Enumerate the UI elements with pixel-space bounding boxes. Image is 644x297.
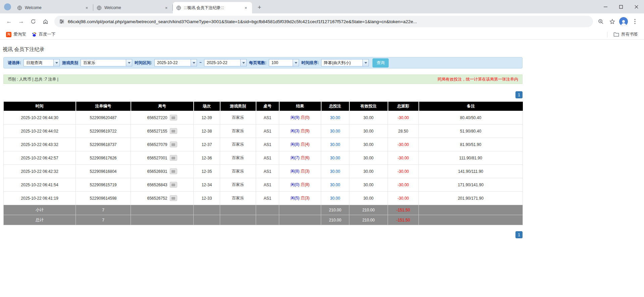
cell-time: 2025-10-22 06:42:32 (4, 165, 76, 178)
date-to-select[interactable]: 2025-10-22 (204, 59, 247, 66)
result-player: 闲(8) (291, 142, 300, 147)
total-bet-link[interactable]: 30.00 (330, 142, 340, 147)
cell-table-no: AS1 (256, 125, 279, 138)
total-bet-link[interactable]: 30.00 (330, 183, 340, 187)
menu-kebab-icon[interactable] (631, 17, 639, 26)
back-button[interactable]: ← (3, 16, 15, 27)
total-bet-link[interactable]: 30.00 (330, 115, 340, 120)
total-bet-link[interactable]: 30.00 (330, 169, 340, 174)
site-settings-icon[interactable] (59, 19, 64, 24)
page-size-label: 每页笔数: (249, 60, 266, 66)
cell-game-type: 百家乐 (220, 125, 256, 138)
column-header: 总派彩 (388, 102, 419, 111)
cell-session: 12-36 (194, 151, 220, 165)
bookmark-baidu[interactable]: 百度一下 (29, 31, 58, 38)
query-mode-select[interactable]: 日期查询 (23, 59, 60, 66)
tab-close-icon[interactable]: × (84, 5, 90, 11)
search-button[interactable]: 查询 (373, 58, 389, 67)
table-row: 2025-10-22 06:42:32522909616804656526931… (4, 165, 523, 178)
close-window-button[interactable] (629, 0, 644, 13)
cell-total-bet: 30.00 (321, 192, 349, 205)
filter-bar: 请选择: 日期查询 游戏类别 百家乐 时间区间: 2025-10-22 ~ 20… (3, 57, 523, 68)
replay-icon[interactable] (170, 142, 177, 147)
currency-summary: 币别 : 人民币 | 总共 :7 注单 | (8, 77, 58, 82)
round-number: 656526931 (147, 169, 167, 174)
cell-table-no: AS1 (256, 192, 279, 205)
replay-icon[interactable] (170, 128, 177, 134)
replay-icon[interactable] (170, 195, 177, 201)
cell-round: 656527001 (131, 151, 194, 165)
tab-close-icon[interactable]: × (163, 5, 169, 11)
payout-value: -30.00 (397, 196, 409, 201)
avatar-head (622, 20, 625, 23)
tab-bet-records-active[interactable]: :::视讯 会员下注纪录::: × (173, 2, 252, 13)
reload-button[interactable] (28, 16, 39, 27)
baidu-paw-icon (32, 32, 37, 37)
cell-session: 12-35 (194, 165, 220, 178)
minimize-button[interactable] (598, 0, 613, 13)
cell-note: 111.90/81.90 (419, 151, 523, 165)
replay-icon[interactable] (170, 168, 177, 174)
total-bet-link[interactable]: 30.00 (330, 129, 340, 134)
date-from-select[interactable]: 2025-10-22 (154, 59, 197, 66)
cell-note: 171.90/141.90 (419, 178, 523, 192)
maximize-button[interactable] (613, 0, 629, 13)
page-number-button[interactable]: 1 (515, 91, 523, 98)
total-bet-link[interactable]: 30.00 (330, 196, 340, 201)
cell-total-bet: 30.00 (321, 125, 349, 138)
tab-close-icon[interactable]: × (243, 5, 249, 11)
cell-table-no: AS1 (256, 165, 279, 178)
cell-total-bet: 30.00 (321, 138, 349, 151)
new-tab-button[interactable]: + (255, 3, 264, 12)
chevron-down-icon[interactable] (191, 59, 197, 66)
cell-session: 12-38 (194, 125, 220, 138)
summary-label: 总计 (4, 215, 76, 225)
result-player: 闲(5) (291, 196, 300, 200)
column-header: 局号 (131, 102, 194, 111)
zoom-icon[interactable] (596, 17, 605, 26)
result-player: 闲(3) (291, 129, 300, 133)
chevron-down-icon[interactable] (53, 59, 59, 66)
result-banker: 庄(6) (301, 155, 310, 160)
chevron-down-icon[interactable] (293, 59, 299, 66)
sort-order-select[interactable]: 降幂(由大到小) (321, 59, 369, 66)
home-button[interactable] (40, 16, 51, 27)
url-bar[interactable]: 66cxkj98.com/ipl/portal.php/game/betreco… (54, 16, 593, 27)
result-banker: 庄(4) (301, 142, 310, 147)
all-bookmarks-button[interactable]: 所有书签 (611, 31, 641, 38)
bet-records-table: 时间注单编号局号场次游戏类别桌号结果总投注有效投注总派彩备注 2025-10-2… (3, 102, 523, 225)
game-type-select[interactable]: 百家乐 (81, 59, 132, 66)
cell-note: 201.90/171.90 (419, 192, 523, 205)
forward-button[interactable]: → (15, 16, 27, 27)
replay-glyph (171, 197, 175, 200)
replay-icon[interactable] (170, 155, 177, 161)
replay-icon[interactable] (170, 115, 177, 120)
cell-time: 2025-10-22 06:41:54 (4, 178, 76, 192)
profile-avatar[interactable] (619, 17, 628, 26)
cell-result: 闲(5) 庄(3) (279, 192, 321, 205)
tab-title: Welcome (104, 5, 161, 10)
page-number-button[interactable]: 1 (515, 231, 523, 238)
window-controls (598, 0, 644, 13)
tab-welcome-2[interactable]: Welcome × (93, 2, 172, 13)
game-type-value: 百家乐 (81, 59, 126, 66)
column-header: 场次 (194, 102, 220, 111)
chevron-down-icon[interactable] (240, 59, 246, 66)
chevron-down-icon[interactable] (126, 59, 132, 66)
page-size-select[interactable]: 100 (269, 59, 299, 66)
cell-time: 2025-10-22 06:42:57 (4, 151, 76, 165)
replay-icon[interactable] (170, 182, 177, 188)
cell-total-bet: 30.00 (321, 151, 349, 165)
sort-order-value: 降幂(由大到小) (321, 59, 362, 66)
globe-favicon (97, 5, 102, 10)
cell-note: 51.90/80.40 (419, 125, 523, 138)
tab-welcome-1[interactable]: Welcome × (14, 2, 93, 13)
total-bet-link[interactable]: 30.00 (330, 156, 340, 160)
cell-time: 2025-10-22 06:43:32 (4, 138, 76, 151)
chevron-down-icon[interactable] (362, 59, 368, 66)
bookmark-aitaobao[interactable]: 淘 爱淘宝 (3, 31, 29, 38)
bookmark-star-icon[interactable] (608, 17, 616, 26)
tab-search-icon[interactable] (4, 3, 11, 10)
cell-payout: 28.50 (388, 125, 419, 138)
payout-value: -30.00 (397, 156, 409, 160)
